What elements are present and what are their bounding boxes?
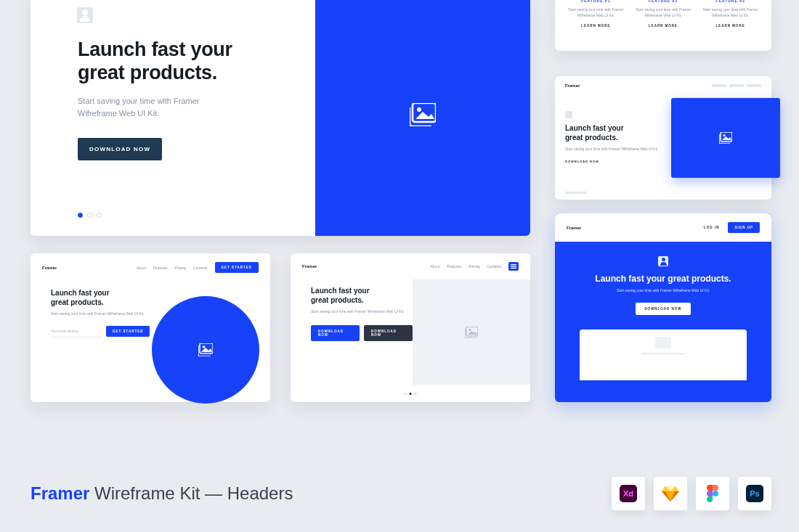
card-header: Framer About Features Pricing Contacts	[291, 253, 530, 279]
hero-heading: Launch fast your great products.	[569, 274, 757, 284]
svg-point-3	[723, 134, 726, 136]
download-button[interactable]: DOWNLOAD NOW	[311, 325, 360, 341]
svg-point-1	[417, 107, 421, 112]
image-placeholder-icon	[198, 343, 213, 356]
svg-rect-8	[511, 268, 516, 269]
feature-title: FEATURE 01	[565, 0, 627, 3]
avatar-placeholder-icon	[77, 7, 93, 23]
signup-button[interactable]: SIGN UP	[728, 222, 760, 233]
hero-subtext: Start saving your time with Framer Wifre…	[78, 95, 293, 120]
card-header: Framer LOG IN SIGN UP	[555, 213, 771, 242]
svg-point-10	[469, 329, 471, 331]
hero-heading: Launch fast yourgreat products.	[311, 287, 413, 305]
pager-dot[interactable]	[410, 393, 412, 395]
login-link[interactable]: LOG IN	[702, 223, 721, 232]
card-header: Framer About Features Pricing Contacts G…	[31, 253, 270, 282]
hero-card-circle: Framer About Features Pricing Contacts G…	[31, 253, 270, 402]
nav-link[interactable]: Pricing	[469, 264, 479, 269]
avatar-placeholder-icon	[565, 111, 572, 118]
hero-subtext: Start saving your time with Framer Wifre…	[311, 309, 413, 315]
image-placeholder-icon	[719, 132, 732, 144]
nav-placeholder	[712, 83, 761, 88]
page-footer: Framer Wireframe Kit — Headers Xd Ps	[31, 477, 771, 510]
menu-icon[interactable]	[508, 262, 519, 271]
feature-body: Start saving your time with Framer Wifre…	[565, 7, 627, 18]
svg-text:Xd: Xd	[623, 489, 633, 498]
hero-image-panel	[413, 279, 530, 385]
figma-icon	[696, 477, 729, 510]
feature-item: FEATURE 02 Start saving your time with F…	[630, 0, 697, 45]
slider-dot[interactable]	[97, 213, 102, 218]
nav-link[interactable]: Contacts	[487, 264, 501, 269]
email-input[interactable]: Your email address	[51, 326, 102, 337]
hero-circle-image	[152, 296, 259, 404]
svg-text:Ps: Ps	[750, 489, 759, 498]
placeholder-line	[641, 353, 685, 355]
hero-card-grey-panel: Framer About Features Pricing Contacts L…	[291, 253, 530, 402]
download-button[interactable]: DOWNLOAD NOW	[636, 303, 690, 315]
adobe-xd-icon: Xd	[612, 477, 645, 510]
features-card: FEATURE 01 Start saving your time with F…	[555, 0, 771, 51]
image-placeholder-icon	[410, 103, 436, 126]
hamburger-icon	[511, 264, 516, 269]
download-button-alt[interactable]: DOWNLOAD NOW	[364, 325, 413, 341]
product-title: Framer Wireframe Kit — Headers	[31, 483, 293, 504]
hero-subtext: Start saving your time with Framer Wifre…	[565, 147, 665, 152]
feature-item: FEATURE 01 Start saving your time with F…	[562, 0, 630, 45]
learn-more-link[interactable]: LEARN MORE	[699, 24, 761, 28]
pager-dot[interactable]	[405, 393, 407, 395]
hero-card-blue: Framer LOG IN SIGN UP Launch fast your g…	[555, 213, 771, 402]
tool-icons: Xd Ps	[612, 477, 771, 510]
get-started-button[interactable]: GET STARTED	[215, 262, 259, 273]
hero-heading: Launch fast yourgreat products.	[51, 289, 153, 307]
nav-link[interactable]: Features	[153, 266, 168, 270]
placeholder-block	[655, 337, 671, 348]
feature-item: FEATURE 03 Start saving your time with F…	[697, 0, 764, 45]
footer-placeholder	[565, 192, 587, 194]
svg-rect-0	[413, 103, 436, 122]
photoshop-icon: Ps	[738, 477, 771, 510]
nav-link[interactable]: About	[430, 264, 439, 269]
avatar-placeholder-icon	[658, 256, 668, 266]
nav-link[interactable]: About	[137, 266, 146, 270]
feature-body: Start saving your time with Framer Wifre…	[633, 7, 694, 18]
slider-dots	[78, 213, 293, 218]
slider-dot[interactable]	[87, 213, 92, 218]
learn-more-link[interactable]: LEARN MORE	[633, 24, 694, 28]
hero-image-panel	[671, 98, 780, 178]
nav-link[interactable]: Pricing	[175, 266, 186, 270]
brand-logo[interactable]: Framer	[565, 83, 580, 88]
hero-card-split: Launch fast your great products. Start s…	[31, 0, 530, 236]
download-button[interactable]: DOWNLOAD NOW	[565, 160, 665, 163]
svg-rect-9	[466, 327, 478, 336]
svg-rect-2	[721, 132, 732, 142]
feature-title: FEATURE 03	[699, 0, 761, 3]
hero-heading: Launch fast yourgreat products.	[565, 124, 665, 142]
slider-dot[interactable]	[78, 213, 83, 218]
brand-logo[interactable]: Framer	[302, 264, 317, 269]
brand-logo[interactable]: Framer	[42, 266, 57, 270]
content-panel	[580, 330, 747, 380]
hero-subtext: Start saving your time with Framer Wifre…	[51, 311, 153, 317]
image-placeholder-icon	[465, 327, 478, 338]
nav-links: About Features Pricing Contacts	[430, 262, 519, 271]
learn-more-link[interactable]: LEARN MORE	[565, 24, 627, 28]
get-started-button[interactable]: GET STARTED	[106, 326, 150, 337]
pager-dot[interactable]	[415, 393, 417, 395]
hero-subtext: Start saving your time with Framer Wifre…	[569, 288, 757, 294]
nav-link[interactable]: Features	[447, 264, 461, 269]
svg-point-13	[713, 491, 718, 496]
download-button[interactable]: DOWNLOAD NOW	[78, 138, 162, 160]
nav-link[interactable]: Contacts	[193, 266, 208, 270]
pager-dots	[405, 393, 417, 395]
sketch-icon	[654, 477, 687, 510]
hero-left: Launch fast your great products. Start s…	[31, 0, 315, 236]
hero-card-offset-image: Framer Launch fast yourgreat products. S…	[555, 76, 771, 200]
nav-links: About Features Pricing Contacts GET STAR…	[137, 262, 259, 273]
brand-logo[interactable]: Framer	[567, 226, 581, 230]
feature-body: Start saving your time with Framer Wifre…	[699, 7, 761, 18]
card-header: Framer	[555, 76, 771, 95]
svg-rect-7	[511, 266, 516, 266]
svg-rect-6	[511, 264, 516, 265]
feature-title: FEATURE 02	[633, 0, 694, 3]
